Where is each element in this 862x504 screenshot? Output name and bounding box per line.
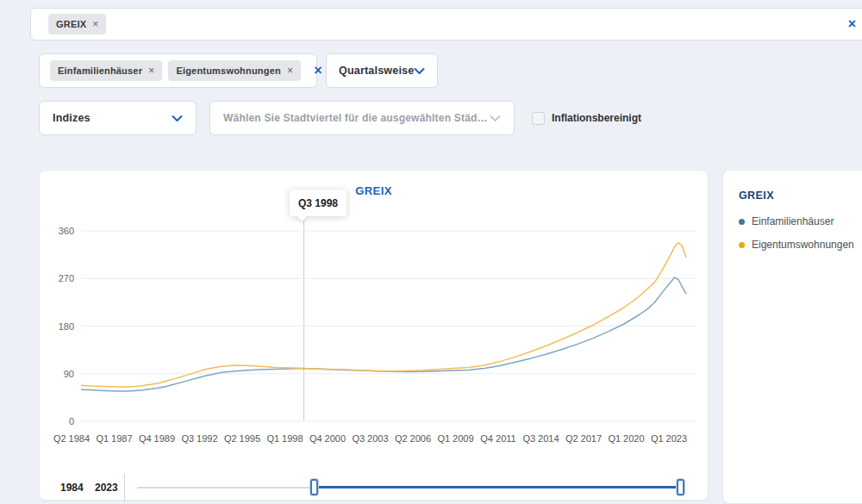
series-line-einfamilienhäuser (81, 277, 686, 391)
y-axis-label: 360 (41, 226, 74, 236)
range-start-label: 1984 (60, 482, 84, 494)
inflation-adjusted-checkbox[interactable] (532, 112, 545, 125)
series-line-eigentumswohnungen (81, 243, 686, 388)
chart-crosshair-line (303, 221, 304, 421)
metric-select[interactable]: Indizes (39, 101, 197, 135)
chip-label: GREIX (56, 19, 86, 29)
y-axis-label: 90 (41, 369, 74, 379)
chevron-down-icon (414, 67, 425, 75)
district-select-disabled: Wählen Sie Stadtviertel für die ausgewäh… (209, 101, 515, 135)
chart-title: GREIX (40, 184, 708, 197)
legend-item-label: Eigentumswohnungen (752, 239, 854, 251)
segment-multiselect[interactable]: Einfamilienhäuser × Eigentumswohnungen ×… (39, 53, 317, 88)
frequency-select[interactable]: Quartalsweise (326, 53, 438, 88)
district-placeholder: Wählen Sie Stadtviertel für die ausgewäh… (223, 112, 490, 124)
legend-item-einfamilienhaeuser[interactable]: Einfamilienhäuser (739, 215, 862, 227)
inflation-adjusted-option: Inflationsbereinigt (532, 101, 641, 135)
remove-city-chip-icon[interactable]: × (92, 19, 98, 29)
chip-label: Einfamilienhäuser (58, 65, 142, 76)
x-axis-label: Q1 2023 (641, 433, 696, 444)
inflation-adjusted-label: Inflationsbereinigt (552, 112, 641, 124)
range-divider (124, 474, 125, 501)
chevron-down-icon (490, 115, 501, 122)
city-multiselect[interactable]: GREIX × × (30, 8, 862, 40)
frequency-value: Quartalsweise (339, 65, 414, 77)
series-dot-icon (739, 219, 745, 225)
clear-segments-icon[interactable]: × (314, 64, 322, 78)
segment-chip-einfamilienhaeuser[interactable]: Einfamilienhäuser × (50, 60, 162, 81)
selected-city-chip[interactable]: GREIX × (48, 14, 106, 34)
segment-chip-eigentumswohnungen[interactable]: Eigentumswohnungen × (168, 60, 301, 81)
range-end-label: 2023 (95, 482, 118, 494)
chip-label: Eigentumswohnungen (176, 65, 281, 76)
greix-app: GREIX × × Einfamilienhäuser × Eigentumsw… (0, 0, 862, 504)
legend-card: GREIX Einfamilienhäuser Eigentumswohnung… (722, 170, 862, 504)
range-slider-left-handle[interactable] (310, 479, 318, 495)
range-slider-right-handle[interactable] (677, 479, 684, 495)
metric-value: Indizes (53, 112, 91, 124)
y-axis-label: 270 (41, 273, 74, 283)
legend-item-label: Einfamilienhäuser (752, 215, 834, 227)
tooltip-label: Q3 1998 (298, 197, 338, 209)
series-dot-icon (739, 242, 745, 248)
chart-card: GREIX Q3 1998 090180270360 Q2 1984Q1 198… (39, 170, 709, 501)
y-axis-label: 180 (41, 321, 74, 332)
legend-item-eigentumswohnungen[interactable]: Eigentumswohnungen (739, 239, 862, 251)
remove-segment-chip-icon[interactable]: × (287, 65, 293, 76)
chart-plot-area[interactable] (40, 171, 709, 501)
remove-segment-chip-icon[interactable]: × (148, 65, 154, 76)
chart-tooltip: Q3 1998 (290, 190, 347, 216)
legend-title: GREIX (739, 190, 862, 202)
clear-cities-icon[interactable]: × (848, 17, 856, 31)
y-axis-label: 0 (41, 416, 74, 426)
range-slider-selected-range[interactable] (314, 486, 680, 488)
chevron-down-icon (172, 115, 183, 122)
